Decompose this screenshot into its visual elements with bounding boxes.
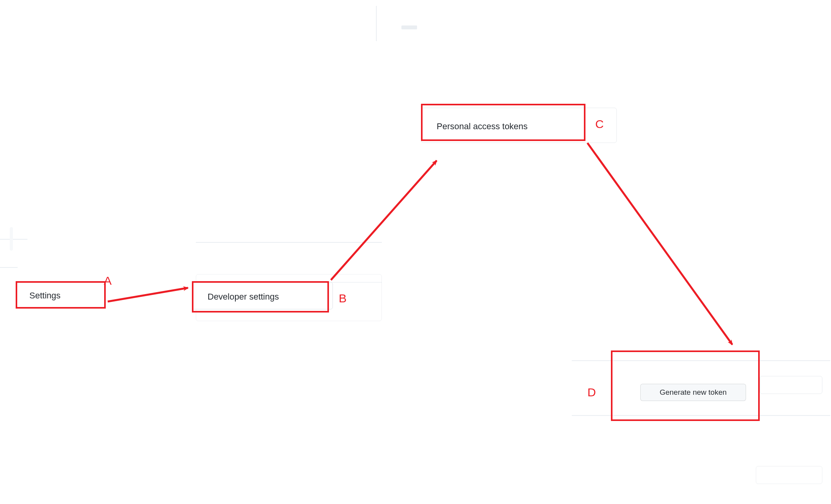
personal-access-tokens-nav[interactable]: Personal access tokens	[429, 114, 585, 139]
arrow-b-to-c	[331, 161, 437, 280]
settings-label: Settings	[29, 291, 61, 301]
bg-fragment	[10, 227, 13, 251]
developer-settings-menu-item[interactable]: Developer settings	[200, 286, 329, 307]
arrow-c-to-d	[587, 143, 732, 345]
annotation-label-c: C	[595, 117, 604, 131]
bg-fragment	[0, 239, 27, 240]
developer-settings-label: Developer settings	[208, 292, 279, 302]
bg-fragment	[756, 466, 822, 484]
bg-fragment	[0, 267, 18, 268]
bg-fragment	[401, 25, 417, 29]
bg-fragment	[376, 6, 377, 41]
generate-new-token-label: Generate new token	[659, 388, 726, 397]
generate-new-token-button[interactable]: Generate new token	[640, 384, 746, 401]
arrow-a-to-b	[108, 288, 188, 302]
bg-fragment	[572, 360, 830, 361]
bg-fragment	[760, 376, 822, 394]
arrow-layer	[0, 0, 831, 504]
personal-access-tokens-label: Personal access tokens	[437, 121, 528, 132]
bg-fragment	[196, 242, 382, 243]
bg-fragment	[572, 415, 830, 416]
annotation-label-a: A	[104, 274, 112, 287]
annotation-label-d: D	[587, 386, 596, 399]
settings-menu-item[interactable]: Settings	[22, 286, 104, 305]
annotation-label-b: B	[339, 292, 347, 305]
